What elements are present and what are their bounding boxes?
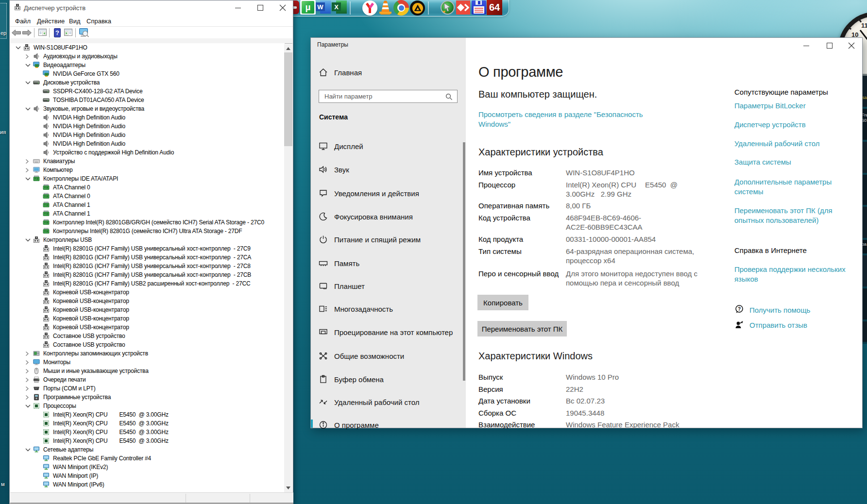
svg-text:?: ? <box>738 306 741 312</box>
svg-text:?: ? <box>55 29 59 36</box>
